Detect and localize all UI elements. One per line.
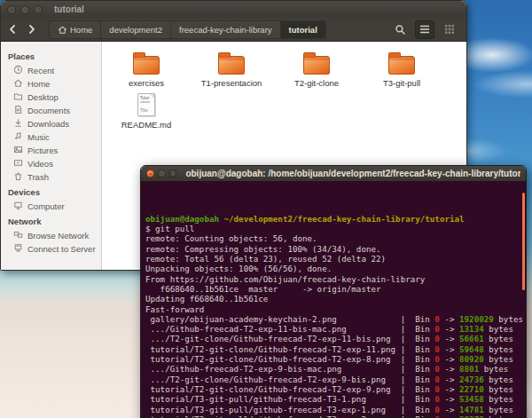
breadcrumb-freecad-key-chain-library[interactable]: freecad-key-chain-library — [171, 21, 281, 38]
folder-icon — [133, 56, 160, 75]
terminal-line: tutorial/T2-git-clone/Github-freecad-T2-… — [145, 354, 526, 364]
sidebar-item-home[interactable]: Home — [8, 77, 101, 91]
maximize-icon[interactable]: ◻ — [169, 170, 177, 177]
sidebar-item-trash[interactable]: Trash — [8, 170, 101, 184]
file-manager-titlebar[interactable]: × − ◻ tutorial — [1, 1, 466, 18]
breadcrumb-tutorial[interactable]: tutorial — [281, 21, 325, 38]
sidebar-item-label: Trash — [27, 172, 49, 182]
sidebar-item-browse-network[interactable]: Browse Network — [8, 229, 101, 242]
terminal-line: remote: Counting objects: 56, done. — [145, 233, 526, 243]
sidebar-item-computer[interactable]: Computer — [8, 200, 101, 213]
terminal-line: remote: Total 56 (delta 23), reused 52 (… — [145, 254, 526, 264]
terminal-line: tutorial/T3-git-pull/github-freecad-T3-1… — [145, 394, 526, 404]
breadcrumb-development2[interactable]: development2 — [101, 21, 171, 38]
sidebar-item-label: Pictures — [27, 146, 58, 155]
sidebar-group-devices: Devices — [8, 187, 101, 197]
terminal-line: tutorial/T2-git-clone/Github-freecad-T2-… — [145, 384, 526, 394]
folder-t1-presentacion[interactable]: T1-presentacion — [189, 51, 274, 88]
terminal-line: tutorial/T3-git-pull/github-freecad-T3-e… — [145, 414, 526, 418]
sidebar-item-music[interactable]: Music — [8, 130, 101, 144]
folder-icon — [303, 56, 330, 75]
terminal-line: .../T2-git-clone/Github-freecad-T2-exp-9… — [145, 375, 526, 384]
network-icon — [13, 230, 23, 241]
sidebar-group-places: Places — [8, 51, 101, 61]
file-readme.md[interactable]: Tutor=====ThisREADME.md — [104, 93, 189, 130]
back-button[interactable] — [8, 24, 17, 35]
minimize-icon[interactable]: − — [20, 5, 29, 14]
file-label: T2-git-clone — [294, 78, 339, 88]
sidebar-item-label: Desktop — [27, 92, 59, 102]
sidebar-item-label: Videos — [27, 159, 53, 169]
terminal-titlebar[interactable]: × − ◻ obijuan@dagobah: /home/obijuan/dev… — [141, 166, 526, 181]
breadcrumb-home[interactable]: Home — [50, 21, 101, 38]
scrollbar[interactable] — [522, 193, 525, 290]
folder-t3-git-pull[interactable]: T3-git-pull — [359, 51, 444, 88]
sidebar-item-documents[interactable]: Documents — [8, 104, 101, 117]
music-icon — [13, 131, 23, 143]
folder-exercises[interactable]: exercises — [104, 51, 189, 88]
close-icon[interactable]: × — [7, 5, 16, 14]
maximize-icon[interactable]: ◻ — [34, 5, 43, 14]
close-icon[interactable]: × — [146, 170, 154, 177]
sidebar-item-label: Home — [27, 79, 50, 89]
pictures-icon — [13, 145, 23, 156]
folder-icon — [388, 56, 415, 75]
sidebar-group-network: Network — [8, 217, 101, 226]
terminal-line: tutorial/T3-git-pull/github-freecad-T3-e… — [145, 405, 526, 414]
sidebar-item-pictures[interactable]: Pictures — [8, 144, 101, 157]
sidebar: PlacesRecentHomeDesktopDocumentsDownload… — [1, 42, 102, 271]
desktop-icon — [13, 91, 23, 103]
terminal-line: $ git pull — [145, 224, 526, 233]
file-label: README.md — [121, 120, 171, 130]
videos-icon — [13, 158, 23, 170]
sidebar-item-connect-to-server[interactable]: Connect to Server — [8, 242, 101, 256]
terminal-line: f668640..1b561ce master -> origin/master — [145, 284, 526, 294]
window-title: tutorial — [54, 4, 84, 14]
breadcrumb: Homedevelopment2freecad-key-chain-librar… — [49, 20, 326, 39]
sidebar-item-label: Music — [27, 132, 50, 142]
forward-button[interactable] — [27, 24, 36, 35]
sidebar-item-label: Downloads — [27, 119, 69, 129]
downloads-icon — [13, 118, 23, 130]
sidebar-item-label: Computer — [27, 201, 65, 211]
sidebar-item-label: Documents — [27, 106, 70, 115]
recent-icon — [13, 65, 23, 76]
sidebar-item-label: Connect to Server — [27, 244, 96, 254]
sidebar-item-desktop[interactable]: Desktop — [8, 91, 101, 104]
folder-icon — [218, 56, 245, 75]
breadcrumb-label: development2 — [109, 25, 162, 35]
terminal-line: gallery/obijuan-academy-keychain-2.png |… — [145, 314, 526, 324]
terminal-line: remote: Compressing objects: 100% (34/34… — [145, 244, 526, 254]
file-label: T1-presentacion — [201, 78, 262, 88]
sidebar-item-label: Browse Network — [27, 231, 89, 241]
breadcrumb-label: tutorial — [289, 25, 317, 35]
terminal-window: × − ◻ obijuan@dagobah: /home/obijuan/dev… — [140, 165, 527, 418]
server-icon — [13, 243, 23, 255]
terminal-line: obijuan@dagobah ~/development2/freecad-k… — [145, 214, 526, 224]
desktop-background: × − ◻ tutorial Homedevelopment2freecad-k… — [0, 0, 532, 418]
terminal-line: tutorial/T2-git-clone/Github-freecad-T2-… — [145, 344, 526, 354]
list-view-icon[interactable] — [415, 20, 434, 39]
home-icon — [13, 78, 23, 90]
terminal-output[interactable]: obijuan@dagobah ~/development2/freecad-k… — [141, 181, 526, 418]
terminal-title: obijuan@dagobah: /home/obijuan/developme… — [185, 169, 520, 178]
terminal-line: Unpacking objects: 100% (56/56), done. — [145, 264, 526, 273]
terminal-line: .../Github-freecad-T2-exp-11-bis-mac.png… — [145, 324, 526, 334]
grid-view-icon[interactable] — [440, 20, 459, 39]
documents-icon — [13, 105, 23, 116]
search-icon[interactable] — [390, 20, 410, 39]
terminal-line: .../T2-git-clone/Github-freecad-T2-exp-1… — [145, 334, 526, 343]
sidebar-item-recent[interactable]: Recent — [8, 64, 101, 77]
breadcrumb-label: Home — [70, 25, 92, 35]
document-icon: Tutor=====This — [137, 93, 155, 116]
breadcrumb-label: freecad-key-chain-library — [179, 25, 272, 35]
trash-icon — [13, 171, 23, 183]
file-label: exercises — [129, 78, 164, 88]
terminal-line: Updating f668640..1b561ce — [145, 294, 526, 304]
sidebar-item-downloads[interactable]: Downloads — [8, 117, 101, 130]
folder-t2-git-clone[interactable]: T2-git-clone — [274, 51, 359, 88]
file-manager-toolbar: Homedevelopment2freecad-key-chain-librar… — [1, 18, 466, 42]
minimize-icon[interactable]: − — [158, 170, 166, 177]
terminal-line: From https://github.com/Obijuan/freecad-… — [145, 274, 526, 284]
sidebar-item-videos[interactable]: Videos — [8, 157, 101, 170]
